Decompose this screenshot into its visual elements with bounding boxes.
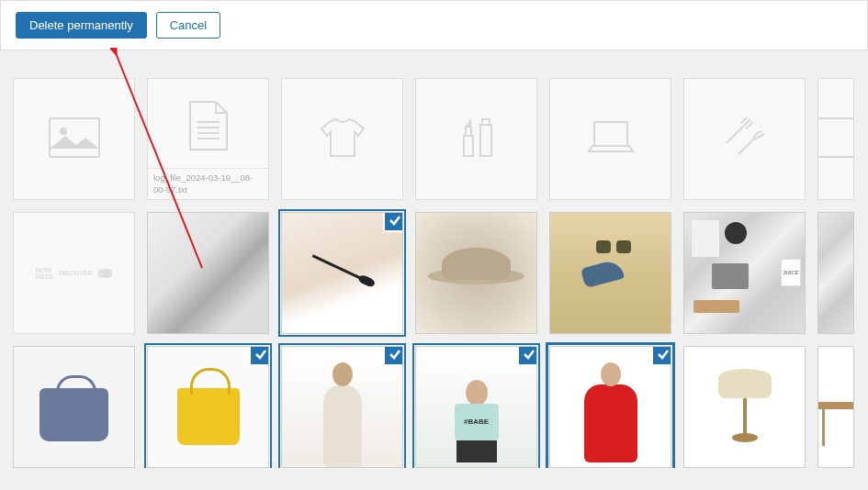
delete-permanently-button[interactable]: Delete permanently: [16, 12, 147, 39]
media-item-model-red-coat[interactable]: [549, 346, 671, 468]
cancel-button[interactable]: Cancel: [156, 12, 220, 39]
media-item-placeholder-document[interactable]: log_file_2024-03-19__08-00-57.txt: [147, 78, 269, 200]
thumbnail: [818, 347, 853, 467]
payment-logos: NOWRESS DISCOVER: [36, 267, 113, 280]
image-icon: [817, 117, 854, 161]
thumbnail: [148, 347, 268, 467]
check-icon[interactable]: [251, 346, 269, 364]
svg-rect-2: [50, 118, 99, 157]
media-item-model-1[interactable]: [281, 346, 403, 468]
thumbnail: #BABE: [416, 347, 536, 467]
thumbnail: [14, 347, 134, 467]
svg-rect-8: [464, 136, 473, 156]
thumbnail: [282, 347, 402, 467]
check-icon[interactable]: [653, 346, 671, 364]
svg-point-3: [60, 128, 67, 135]
media-item-model-2[interactable]: #BABE: [415, 346, 537, 468]
media-item-partial[interactable]: [817, 78, 854, 200]
lipstick-icon: [458, 117, 495, 161]
image-icon: [49, 117, 100, 161]
media-item-cosmetics[interactable]: [281, 212, 403, 334]
media-item-payment-logos[interactable]: NOWRESS DISCOVER: [13, 212, 135, 334]
thumbnail: [416, 213, 536, 333]
check-icon[interactable]: [519, 346, 537, 364]
media-item-handbag-blue[interactable]: [13, 346, 135, 468]
media-item-hat[interactable]: [415, 212, 537, 334]
document-icon: [188, 100, 229, 155]
check-icon[interactable]: [385, 212, 403, 230]
media-item-beach[interactable]: [549, 212, 671, 334]
media-item-lamp[interactable]: [683, 346, 806, 468]
media-item-placeholder-tshirt[interactable]: [281, 78, 403, 200]
media-grid: log_file_2024-03-19__08-00-57.txt NOWRES…: [0, 78, 868, 468]
svg-rect-11: [482, 119, 490, 125]
thumbnail: JUICE: [684, 213, 805, 333]
svg-rect-9: [466, 127, 471, 136]
thumbnail: [550, 213, 671, 333]
cutlery-icon: [725, 117, 765, 161]
media-item-placeholder-laptop[interactable]: [549, 78, 671, 200]
thumbnail: [550, 347, 671, 467]
tshirt-icon: [320, 117, 366, 161]
media-item-flatlay[interactable]: JUICE: [683, 212, 806, 334]
media-item-bw-photo[interactable]: [147, 212, 269, 334]
svg-rect-13: [817, 118, 854, 157]
thumbnail: [282, 213, 402, 333]
thumbnail: [684, 347, 805, 467]
svg-rect-12: [594, 122, 627, 146]
thumbnail: [818, 213, 853, 333]
svg-rect-10: [480, 125, 491, 156]
check-icon[interactable]: [385, 346, 403, 364]
media-item-handbag-yellow[interactable]: [147, 346, 269, 468]
action-toolbar: Delete permanently Cancel: [0, 0, 868, 50]
media-item-placeholder-cutlery[interactable]: [683, 78, 806, 200]
media-item-placeholder-lipstick[interactable]: [415, 78, 537, 200]
media-item-partial[interactable]: [817, 212, 854, 334]
media-item-placeholder-image[interactable]: [13, 78, 135, 200]
thumbnail: [148, 213, 268, 333]
laptop-icon: [587, 120, 635, 159]
media-item-partial[interactable]: [817, 346, 854, 468]
media-caption: log_file_2024-03-19__08-00-57.txt: [148, 168, 268, 199]
